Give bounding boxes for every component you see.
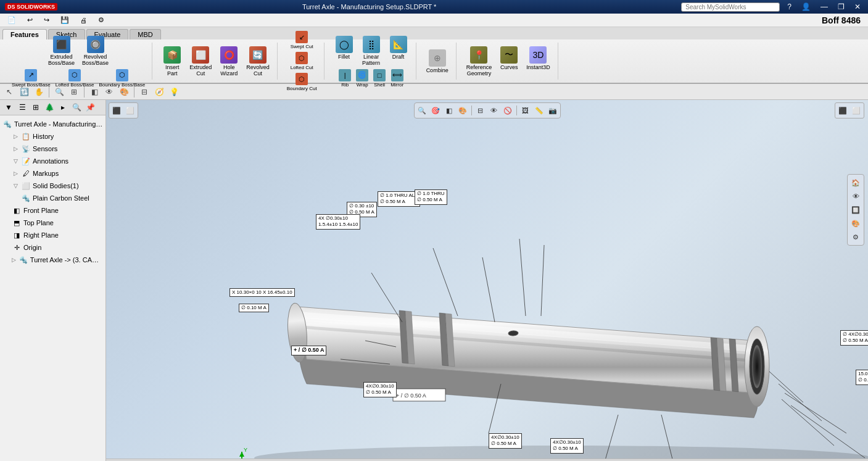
select-btn[interactable]: ↖ [2,85,16,99]
extruded-cut-btn[interactable]: ⬜ ExtrudedCut [187,45,214,78]
fit-btn[interactable]: ⊞ [67,85,81,99]
tree-sensors[interactable]: ▷ 📡 Sensors [0,143,105,155]
appearance-btn[interactable]: 🎨 [117,85,131,99]
menu-print[interactable]: 🖨 [75,15,92,25]
linear-pattern-icon: ⣿ [363,36,380,53]
menu-file[interactable]: 📄 [2,15,21,25]
ribbon-group-cut: ↙ Swept Cut ⬡ Lofted Cut ⬡ Boundary Cut [280,43,324,80]
minimize-btn[interactable]: — [818,2,830,11]
collapse-btn[interactable]: ▸ [57,101,69,114]
reference-geometry-icon: 📍 [470,46,487,64]
instant3d-btn[interactable]: 3D Instant3D [524,45,553,72]
extruded-cut-label: ExtrudedCut [189,64,212,77]
tree-view-btn[interactable]: 🌲 [43,101,56,114]
pin-btn[interactable]: 📌 [84,101,96,114]
rib-btn[interactable]: | Rib [337,69,353,88]
swept-cut-btn[interactable]: ↙ Swept Cut [285,30,319,50]
fillet-btn[interactable]: ◯ Fillet [332,35,357,61]
vp-tl-btn2[interactable]: ⬜ [124,104,136,117]
tree-top-plane[interactable]: ⬒ Top Plane [0,217,105,229]
curves-btn[interactable]: 〜 Curves [497,45,521,72]
icon-view-btn[interactable]: ⊞ [30,101,42,114]
vp-tr-btn1[interactable]: ⬛ [837,104,849,117]
vp-hide-btn[interactable]: 🚫 [502,104,514,117]
vp-section-btn[interactable]: ⊟ [474,104,487,117]
curves-label: Curves [500,64,518,70]
hide-show-btn[interactable]: 👁 [102,85,116,99]
tree-solid-bodies[interactable]: ▽ ⬜ Solid Bodies(1) [0,180,105,192]
list-view-btn[interactable]: ☰ [16,101,28,114]
help-btn[interactable]: ? [785,2,794,11]
vp-render-btn[interactable]: 🖼 [519,104,532,117]
mirror-btn[interactable]: ⟺ Mirror [389,69,405,88]
vp-orient-btn[interactable]: 🎯 [429,104,442,117]
tree-turret-axle-ref[interactable]: ▷ 🔩 Turret Axle -> (3. CAMERA TURRE... [0,254,105,266]
mysw-search[interactable] [681,2,780,12]
combine-btn[interactable]: ⊕ Combine [424,48,451,75]
swept-cut-label: Swept Cut [291,44,313,49]
vp-search-btn[interactable]: 🔍 [416,104,428,117]
tree-title-item[interactable]: 🔩 Turret Axle - Manufacturing Setup (D..… [0,118,105,130]
close-btn[interactable]: ✕ [852,2,863,11]
tree-plain-carbon-steel[interactable]: 🔩 Plain Carbon Steel [0,192,105,204]
insert-part-btn[interactable]: 📦 InsertPart [160,45,184,78]
solid-bodies-icon: ⬜ [21,181,31,191]
reference-geometry-btn[interactable]: 📍 ReferenceGeometry [464,45,495,78]
right-plane-icon: ◨ [12,230,22,240]
combine-icon: ⊕ [429,49,446,67]
viewport[interactable]: 🔍 🎯 ◧ 🎨 ⊟ 👁 🚫 🖼 📏 📷 ⬛ ⬜ ⬛ ⬜ 🏠 👁 [106,100,868,461]
expand-sensors[interactable]: ▷ [12,145,19,152]
rotate-btn[interactable]: 🔃 [17,85,31,99]
filter-btn[interactable]: ▼ [2,101,15,114]
menu-options[interactable]: ⚙ [93,15,109,25]
expand-history[interactable]: ▷ [12,133,19,140]
vp-appearance-btn[interactable]: 🎨 [457,104,469,117]
menu-save[interactable]: 💾 [56,15,74,25]
titlebar-left: DS SOLIDWORKS [5,3,57,10]
expand-annotations[interactable]: ▽ [12,157,19,165]
lofted-cut-btn[interactable]: ⬡ Lofted Cut [285,51,319,71]
top-plane-icon: ⬒ [12,218,22,228]
menu-undo[interactable]: ↩ [22,15,38,25]
tree-history[interactable]: ▷ 📋 History [0,130,105,143]
vp-tr-btn2[interactable]: ⬜ [850,104,862,117]
tree-origin[interactable]: ✛ Origin [0,241,105,254]
boundary-cut-btn[interactable]: ⬡ Boundary Cut [285,72,319,92]
restore-btn[interactable]: ❐ [835,2,847,11]
extruded-boss-btn[interactable]: ⬛ ExtrudedBoss/Base [46,35,77,67]
revolved-boss-btn[interactable]: 🔘 RevolvedBoss/Base [80,35,111,67]
user-btn[interactable]: 👤 [799,2,813,11]
expand-solid-bodies[interactable]: ▽ [12,182,19,189]
expand-markups[interactable]: ▷ [12,170,19,177]
revolved-cut-btn[interactable]: 🔄 RevolvedCut [244,45,272,78]
tree-front-plane[interactable]: ◧ Front Plane [0,204,105,217]
vp-view-btn[interactable]: 👁 [488,104,500,117]
top-plane-label: Top Plane [23,219,54,226]
display-style-btn[interactable]: ◧ [88,85,101,99]
tree-markups[interactable]: ▷ 🖊 Markups [0,167,105,180]
vp-snapshot-btn[interactable]: 📷 [547,104,559,117]
vp-tl-btn1[interactable]: ⬛ [110,104,123,117]
draft-btn[interactable]: 📐 Draft [386,35,411,61]
tab-features[interactable]: Features [2,29,47,39]
menu-redo[interactable]: ↪ [39,15,54,25]
expand-turret-ref[interactable]: ▷ [12,256,17,264]
section-view-btn[interactable]: ⊟ [138,85,151,99]
wrap-btn[interactable]: 🌀 Wrap [354,69,370,88]
linear-pattern-btn[interactable]: ⣿ LinearPattern [359,35,384,67]
tab-mbd[interactable]: MBD [130,29,160,39]
tree-right-plane[interactable]: ◨ Right Plane [0,229,105,241]
zoom-btn[interactable]: 🔍 [52,85,66,99]
fillet-icon: ◯ [336,36,353,53]
lights-btn[interactable]: 💡 [167,85,181,99]
search-tree-btn[interactable]: 🔍 [70,101,83,114]
tree-annotations[interactable]: ▽ 📝 Annotations [0,155,105,167]
vp-measure-btn[interactable]: 📏 [533,104,545,117]
swept-boss-btn[interactable]: ↗ Swept Boss/Base [10,69,52,88]
view-orient-btn[interactable]: 🧭 [152,85,166,99]
hole-wizard-label: HoleWizard [220,64,238,77]
vp-display-btn[interactable]: ◧ [443,104,455,117]
shell-btn[interactable]: □ Shell [371,69,387,88]
pan-btn[interactable]: ✋ [32,85,46,99]
hole-wizard-btn[interactable]: ⭕ HoleWizard [217,45,241,78]
